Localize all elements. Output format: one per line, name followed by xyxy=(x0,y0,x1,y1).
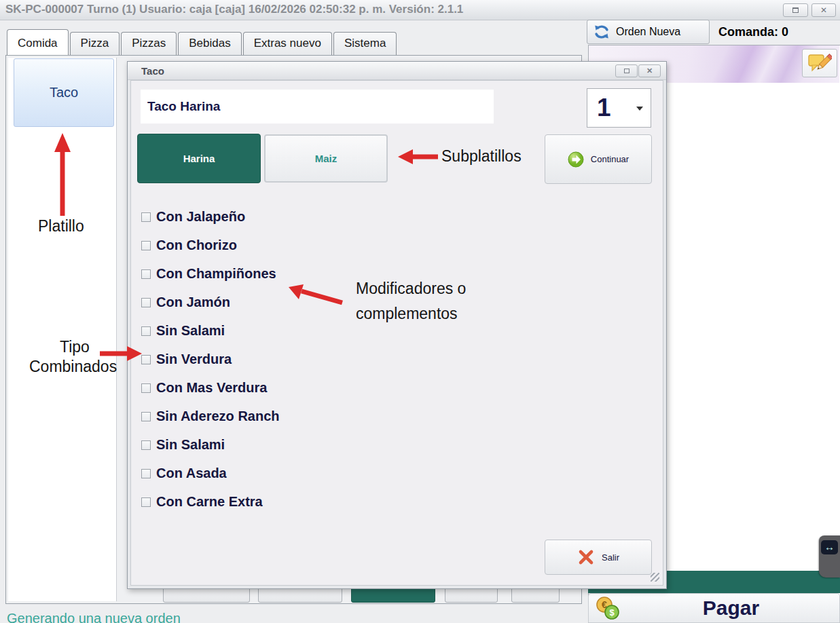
modifier-row[interactable]: Con Asada xyxy=(141,466,280,481)
modifier-row[interactable]: Sin Salami xyxy=(141,437,280,453)
dialog-content: Taco Harina 1 Harina Maiz Continuar Con … xyxy=(130,80,663,586)
quantity-combobox[interactable]: 1 xyxy=(587,88,651,128)
svg-text:$: $ xyxy=(609,607,615,618)
modifier-row[interactable]: Con Jamón xyxy=(141,295,280,310)
modifier-label: Con Champiñones xyxy=(156,266,276,282)
note-pencil-icon xyxy=(807,53,832,73)
modifier-label: Con Mas Verdura xyxy=(156,380,267,396)
modifier-label: Con Jalapeño xyxy=(156,209,245,225)
restore-icon xyxy=(792,7,799,13)
close-icon: ✕ xyxy=(646,67,653,75)
dialog-restore-button[interactable] xyxy=(615,64,638,77)
subdish-label: Harina xyxy=(183,153,215,164)
modifier-row[interactable]: Sin Aderezo Ranch xyxy=(141,409,280,424)
checkbox-unchecked-icon[interactable] xyxy=(141,412,151,421)
checkbox-unchecked-icon[interactable] xyxy=(141,355,151,364)
red-x-icon xyxy=(577,548,595,566)
resize-grip[interactable] xyxy=(651,573,659,582)
new-order-button[interactable]: Orden Nueva xyxy=(587,20,710,44)
category-tab[interactable]: Pizza xyxy=(70,32,120,55)
restore-icon xyxy=(624,69,629,73)
category-tab[interactable]: Pizzas xyxy=(121,32,177,55)
dialog-title: Taco xyxy=(141,65,164,77)
tab-label: Pizza xyxy=(81,37,109,50)
modifier-label: Sin Salami xyxy=(156,437,225,453)
annotation-modificadores-1: Modificadores o xyxy=(356,280,466,298)
tab-label: Bebidas xyxy=(189,37,230,50)
modifier-label: Con Jamón xyxy=(156,295,230,310)
modifier-row[interactable]: Con Mas Verdura xyxy=(141,380,280,396)
modifier-row[interactable]: Con Chorizo xyxy=(141,238,280,253)
modifier-label: Sin Salami xyxy=(156,323,225,339)
dialog-titlebar: Taco xyxy=(128,62,666,80)
teamviewer-icon: ↔ xyxy=(821,540,838,554)
order-note-button[interactable] xyxy=(802,49,837,77)
tab-label: Comida xyxy=(18,37,58,50)
new-order-label: Orden Nueva xyxy=(616,26,680,38)
category-tab[interactable]: Sistema xyxy=(333,32,397,55)
remote-access-tab[interactable]: ↔ xyxy=(819,535,840,578)
checkbox-unchecked-icon[interactable] xyxy=(141,469,151,478)
modifier-label: Sin Aderezo Ranch xyxy=(156,409,280,424)
annotation-tipo-2: Combinados xyxy=(29,358,117,376)
subdish-label: Maiz xyxy=(315,153,337,164)
checkbox-unchecked-icon[interactable] xyxy=(141,383,151,393)
coins-icon: € $ xyxy=(594,596,623,620)
subdish-button[interactable]: Maiz xyxy=(264,134,388,183)
continue-button[interactable]: Continuar xyxy=(545,134,652,184)
category-tab-bar: ComidaPizzaPizzasBebidasExtras nuevoSist… xyxy=(7,29,398,55)
tab-label: Extras nuevo xyxy=(254,37,321,50)
category-tab[interactable]: Comida xyxy=(7,29,69,55)
window-title: SK-PC-000007 Turno (1) Usuario: caja [ca… xyxy=(5,3,463,16)
subdish-button[interactable]: Harina xyxy=(137,134,261,183)
dialog-close-button[interactable]: ✕ xyxy=(638,64,661,77)
checkbox-unchecked-icon[interactable] xyxy=(141,298,151,307)
modifier-label: Con Asada xyxy=(156,466,227,481)
modifier-row[interactable]: Con Carne Extra xyxy=(141,494,280,510)
comanda-counter: Comanda: 0 xyxy=(718,25,788,39)
annotation-tipo-1: Tipo xyxy=(60,338,90,356)
checkbox-unchecked-icon[interactable] xyxy=(141,440,151,450)
window-close-button[interactable]: ✕ xyxy=(811,3,836,17)
dish-button-taco[interactable]: Taco xyxy=(14,58,114,127)
modifier-row[interactable]: Con Jalapeño xyxy=(141,209,280,225)
dish-list-panel xyxy=(8,58,117,601)
continue-label: Continuar xyxy=(591,154,629,164)
quantity-value: 1 xyxy=(597,94,611,122)
modifier-row[interactable]: Con Champiñones xyxy=(141,266,280,282)
window-restore-button[interactable] xyxy=(783,3,808,17)
modifier-row[interactable]: Sin Salami xyxy=(141,323,280,339)
dish-options-dialog: Taco ✕ Taco Harina 1 Harina Maiz Continu… xyxy=(127,61,667,589)
modifier-row[interactable]: Sin Verdura xyxy=(141,352,280,367)
item-name-field[interactable]: Taco Harina xyxy=(141,90,494,124)
modifier-label: Con Chorizo xyxy=(156,238,237,253)
category-tab[interactable]: Extras nuevo xyxy=(243,32,332,55)
exit-button[interactable]: Salir xyxy=(545,540,652,575)
dish-button-label: Taco xyxy=(50,85,78,100)
category-tab[interactable]: Bebidas xyxy=(178,32,241,55)
annotation-platillo: Platillo xyxy=(38,217,84,235)
continue-arrow-icon xyxy=(568,151,584,168)
modifier-label: Sin Verdura xyxy=(156,352,232,367)
modifier-label: Con Carne Extra xyxy=(156,494,263,510)
annotation-subplatillos: Subplatillos xyxy=(441,147,522,166)
refresh-icon xyxy=(593,24,610,40)
close-icon: ✕ xyxy=(820,5,827,15)
checkbox-unchecked-icon[interactable] xyxy=(141,212,151,222)
checkbox-unchecked-icon[interactable] xyxy=(141,241,151,250)
annotation-modificadores-2: complementos xyxy=(356,305,458,323)
checkbox-unchecked-icon[interactable] xyxy=(141,269,151,279)
tab-label: Sistema xyxy=(344,37,386,50)
checkbox-unchecked-icon[interactable] xyxy=(141,497,151,507)
pay-button-label: Pagar xyxy=(623,597,839,620)
checkbox-unchecked-icon[interactable] xyxy=(141,326,151,336)
window-titlebar: SK-PC-000007 Turno (1) Usuario: caja [ca… xyxy=(0,0,840,20)
exit-label: Salir xyxy=(602,552,619,563)
status-text: Generando una nueva orden xyxy=(7,611,181,623)
pay-button[interactable]: € $ Pagar xyxy=(588,593,840,623)
chevron-down-icon[interactable] xyxy=(636,107,643,111)
tab-label: Pizzas xyxy=(132,37,166,50)
modifier-list: Con Jalapeño Con Chorizo Con Champiñones… xyxy=(141,209,280,523)
